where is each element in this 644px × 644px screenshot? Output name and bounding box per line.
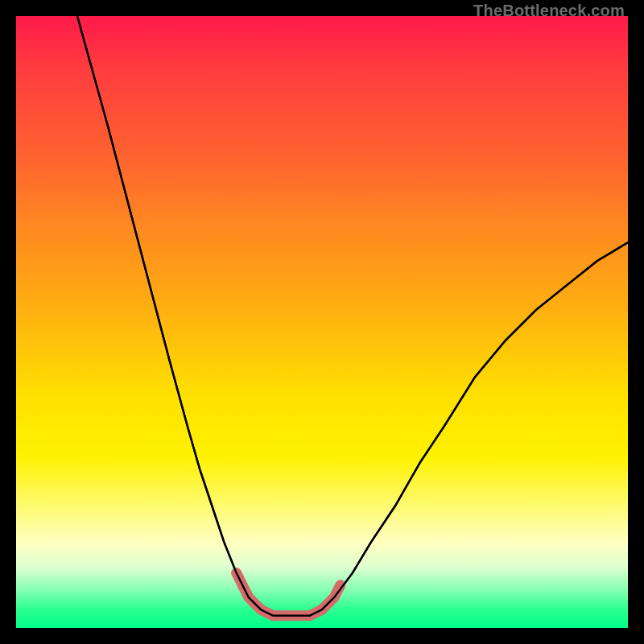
plot-area <box>16 16 628 628</box>
bottleneck-curve-overlay <box>77 16 628 616</box>
bottleneck-curve <box>77 16 628 616</box>
watermark-text: TheBottleneck.com <box>473 2 625 20</box>
curves-svg <box>16 16 628 628</box>
highlight-right <box>316 585 340 613</box>
chart-frame: TheBottleneck.com <box>0 0 644 644</box>
